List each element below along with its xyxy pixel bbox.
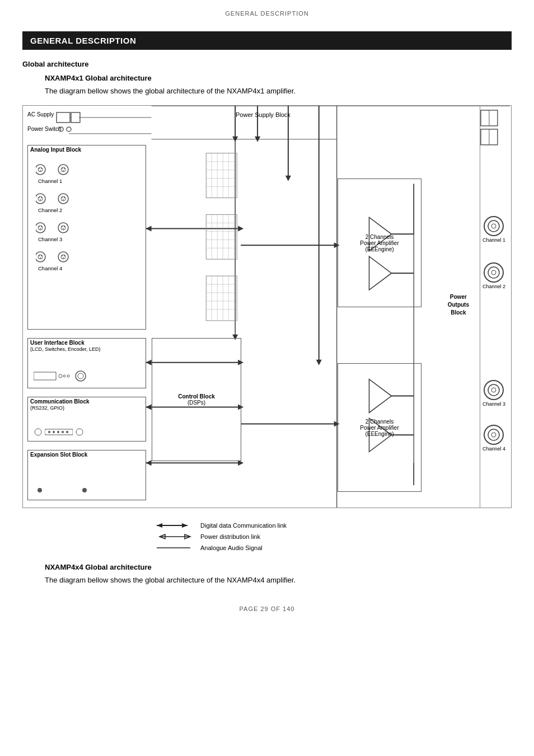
svg-point-85 [62, 168, 63, 169]
svg-rect-69 [206, 276, 237, 321]
xlr-ch1-icon [36, 162, 53, 177]
svg-point-142 [491, 388, 496, 392]
amp1-sub-label: Power Amplifier [360, 240, 399, 246]
svg-point-96 [64, 197, 65, 198]
svg-point-131 [76, 429, 83, 435]
svg-point-102 [40, 228, 41, 229]
control-block-title: Control Block [178, 393, 215, 400]
svg-point-119 [59, 374, 62, 378]
power-switch-label: Power Switch [27, 126, 62, 132]
amp2-engine-label: (EEEngine) [360, 431, 399, 437]
svg-rect-51 [206, 153, 237, 198]
svg-point-90 [39, 197, 40, 198]
svg-point-122 [76, 371, 86, 381]
svg-point-80 [39, 168, 40, 169]
expansion-block: Expansion Slot Block [27, 450, 146, 500]
digital-arrow-icon [157, 522, 196, 529]
svg-marker-148 [157, 523, 162, 528]
xlr-ch4-icon [36, 250, 53, 264]
legend-area: Digital data Communication link Power di… [157, 522, 512, 552]
output-ch2-area: Channel 2 [483, 261, 505, 289]
analog-ch2-row [36, 191, 71, 206]
amp1-channels-label: 2 Channels [360, 234, 399, 240]
legend-audio: Analogue Audio Signal [157, 544, 512, 552]
power-legend-label: Power distribution link [200, 533, 260, 540]
ac-supply-label: AC Supply [27, 111, 54, 118]
right-border-line [480, 106, 481, 508]
xlr-ch3-icon2 [56, 220, 71, 235]
svg-point-140 [484, 381, 503, 400]
ch1-label: Channel 1 [38, 178, 62, 184]
svg-point-121 [67, 375, 69, 377]
svg-point-128 [57, 431, 59, 433]
power-arrow-icon [157, 533, 196, 541]
lcd-strip-icon [34, 371, 73, 381]
svg-point-97 [63, 199, 64, 200]
control-block-sub: (DSPs) [178, 400, 215, 406]
section-title: GENERAL DESCRIPTION [22, 31, 512, 50]
svg-point-95 [62, 197, 63, 198]
svg-point-92 [40, 199, 41, 200]
audio-line-icon [157, 544, 196, 552]
comm-port-icon-right [75, 428, 84, 436]
xlr-ch4-icon2 [56, 250, 71, 264]
power-supply-block-label: Power Supply Block [236, 111, 291, 118]
legend-digital: Digital data Communication link [157, 522, 512, 529]
svg-rect-42 [481, 129, 498, 145]
svg-marker-14 [238, 226, 243, 231]
expansion-dot-right [82, 487, 87, 493]
svg-point-88 [36, 194, 45, 204]
page-footer: PAGE 29 OF 140 [0, 594, 534, 618]
xlr-ch1-icon2 [56, 162, 71, 177]
output-ch2-label: Channel 2 [483, 284, 505, 289]
svg-marker-24 [146, 460, 152, 466]
svg-point-132 [38, 488, 42, 492]
output-ch1-icon [483, 215, 505, 237]
nxamp1-intro: The diagram bellow shows the global arch… [45, 87, 534, 95]
ch3-label: Channel 3 [38, 236, 62, 242]
output-ch3-icon [483, 379, 505, 401]
ui-block: User Interface Block (LCD, Switches, Enc… [27, 338, 146, 388]
svg-point-78 [36, 165, 45, 175]
svg-point-141 [488, 384, 499, 396]
amp-block-2: 2 Channels Power Amplifier (EEEngine) [338, 363, 421, 492]
amp2-sub-label: Power Amplifier [360, 425, 399, 431]
svg-point-134 [484, 217, 503, 236]
comm-port-icon-left [34, 428, 43, 436]
svg-point-108 [36, 252, 45, 262]
xlr-ch3-icon [36, 220, 53, 235]
amp1-engine-label: (EEEngine) [360, 246, 399, 252]
svg-point-100 [39, 226, 40, 227]
audio-legend-label: Analogue Audio Signal [200, 544, 263, 551]
analog-ch1-row [36, 162, 71, 177]
svg-marker-147 [182, 523, 188, 528]
svg-marker-10 [316, 360, 322, 365]
svg-rect-45 [71, 112, 80, 123]
svg-marker-18 [146, 360, 152, 365]
svg-point-112 [40, 257, 41, 259]
nxamp4x4-intro: The diagram bellow shows the global arch… [45, 576, 534, 584]
analog-input-block: Analog Input Block Channel 1 Channel 2 C… [27, 145, 146, 330]
expansion-block-title: Expansion Slot Block [28, 450, 146, 459]
output-ch4-area: Channel 4 [483, 424, 505, 452]
global-arch-heading: Global architecture [22, 60, 512, 68]
svg-marker-21 [146, 405, 152, 410]
svg-point-83 [58, 165, 68, 175]
output-ch1-area: Channel 1 [483, 215, 505, 243]
svg-point-101 [41, 226, 42, 227]
svg-point-110 [39, 255, 40, 256]
svg-rect-118 [34, 372, 56, 380]
svg-point-81 [41, 168, 42, 169]
analog-ch3-row [36, 220, 71, 235]
svg-point-111 [41, 255, 42, 256]
ch2-label: Channel 2 [38, 207, 62, 213]
expansion-dot-left [37, 487, 43, 493]
ch4-label: Channel 4 [38, 265, 62, 271]
svg-point-123 [78, 373, 83, 379]
svg-point-107 [63, 228, 64, 229]
svg-rect-44 [57, 112, 70, 123]
svg-marker-4 [232, 137, 238, 142]
encoder-icon [74, 370, 87, 382]
page-header: GENERAL DESCRIPTION [0, 0, 534, 21]
nxamp1-heading: NXAMP4x1 Global architecture [45, 74, 534, 82]
